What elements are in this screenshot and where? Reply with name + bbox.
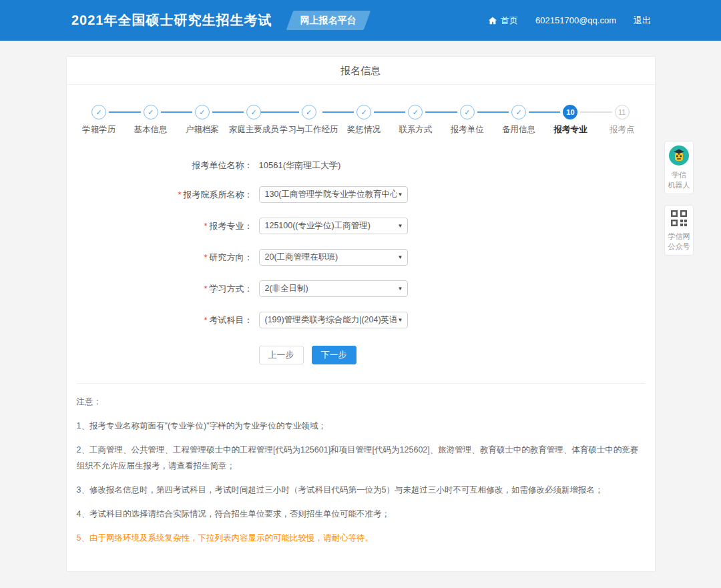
step-check-icon: ✓ — [460, 105, 475, 119]
platform-badge-label: 网上报名平台 — [300, 15, 356, 27]
form-row-exam-subjects: *考试科目： (199)管理类联考综合能力|(204)英语二|(-)无 ▼ — [67, 312, 655, 328]
step-label: 联系方式 — [390, 124, 441, 135]
step-check-icon: ✓ — [91, 105, 106, 119]
note-item-3: 3、修改报名信息时，第四考试科目，考试时间超过三小时（考试科目代码第一位为5）与… — [77, 482, 645, 498]
required-mark: * — [204, 315, 207, 325]
study-mode-select[interactable]: 2(非全日制) ▼ — [259, 280, 408, 297]
logout-label: 退出 — [634, 15, 651, 27]
step-7: ✓ 联系方式 — [390, 105, 441, 135]
exam-subjects-label: *考试科目： — [67, 314, 259, 326]
step-label: 奖惩情况 — [338, 124, 389, 135]
required-mark: * — [204, 252, 207, 262]
step-check-icon: ✓ — [144, 105, 158, 119]
note-item-1: 1、报考专业名称前面有"(专业学位)"字样的为专业学位的专业领域； — [77, 418, 645, 434]
page-title: 报名信息 — [67, 57, 655, 85]
research-direction-select[interactable]: 20(工商管理在职班) ▼ — [259, 249, 408, 266]
form-row-study-mode: *学习方式： 2(非全日制) ▼ — [67, 280, 655, 297]
form-row-unit: 报考单位名称： 10561(华南理工大学) — [67, 160, 655, 172]
step-8: ✓ 报考单位 — [441, 105, 493, 135]
step-10-current: 10 报考专业 — [545, 105, 596, 135]
step-label: 家庭主要成员 — [228, 124, 280, 135]
department-select[interactable]: 130(工商管理学院专业学位教育中心) ▼ — [259, 186, 408, 203]
step-check-icon: ✓ — [511, 105, 526, 119]
required-mark: * — [204, 284, 207, 294]
main-area: 报名信息 ✓ 学籍学历 ✓ 基本信息 ✓ 户籍档案 ✓ 家庭主要成员 — [0, 41, 721, 588]
step-number: 11 — [615, 105, 630, 119]
step-9: ✓ 备用信息 — [493, 105, 544, 135]
registration-info-card: 报名信息 ✓ 学籍学历 ✓ 基本信息 ✓ 户籍档案 ✓ 家庭主要成员 — [66, 56, 656, 572]
chevron-down-icon: ▼ — [398, 317, 403, 323]
step-check-icon: ✓ — [246, 105, 261, 119]
notes-title: 注意： — [77, 394, 645, 410]
qr-code-icon — [670, 210, 688, 227]
home-link[interactable]: 首页 — [488, 15, 518, 27]
step-check-icon: ✓ — [408, 105, 423, 119]
unit-name-value: 10561(华南理工大学) — [259, 160, 341, 172]
step-1: ✓ 学籍学历 — [73, 105, 125, 135]
next-step-button[interactable]: 下一步 — [312, 346, 356, 364]
major-label: *报考专业： — [67, 220, 259, 232]
chsi-wechat-qr-widget[interactable]: 学信网 公众号 — [664, 205, 694, 256]
robot-avatar-icon — [669, 145, 689, 166]
notes-section: 注意： 1、报考专业名称前面有"(专业学位)"字样的为专业学位的专业领域； 2、… — [67, 384, 655, 571]
department-select-value: 130(工商管理学院专业学位教育中心) — [265, 189, 397, 200]
chevron-down-icon: ▼ — [398, 286, 403, 292]
previous-step-button[interactable]: 上一步 — [259, 346, 304, 364]
form-buttons: 上一步 下一步 — [259, 346, 655, 364]
note-item-2: 2、工商管理、公共管理、工程管理硕士中的工程管理[代码为125601]和项目管理… — [77, 442, 645, 474]
step-label: 户籍档案 — [176, 124, 228, 135]
major-select-value: 125100((专业学位)工商管理) — [265, 220, 397, 232]
chevron-down-icon: ▼ — [398, 223, 403, 229]
major-form: 报考单位名称： 10561(华南理工大学) *报考院系所名称： 130(工商管理… — [67, 160, 655, 364]
chevron-down-icon: ▼ — [398, 254, 403, 260]
step-2: ✓ 基本信息 — [125, 105, 176, 135]
progress-stepper: ✓ 学籍学历 ✓ 基本信息 ✓ 户籍档案 ✓ 家庭主要成员 ✓ 学习与工作经 — [73, 105, 648, 135]
note-item-4: 4、考试科目的选择请结合实际情况，符合招生单位要求，否则招生单位可能不准考； — [77, 506, 645, 522]
major-select[interactable]: 125100((专业学位)工商管理) ▼ — [259, 218, 408, 234]
step-check-icon: ✓ — [356, 105, 371, 119]
exam-subjects-select-value: (199)管理类联考综合能力|(204)英语二|(-)无 — [265, 314, 397, 326]
note-item-5-warning: 5、由于网络环境及系统复杂性，下拉列表内容显示的可能比较慢，请耐心等待。 — [77, 530, 645, 546]
home-icon — [488, 16, 497, 25]
qr-widget-label: 学信网 公众号 — [666, 232, 692, 252]
account-email: 602151700@qq.com — [535, 15, 616, 25]
step-check-icon: ✓ — [302, 105, 316, 119]
chevron-down-icon: ▼ — [398, 192, 403, 198]
site-title: 2021年全国硕士研究生招生考试 — [71, 11, 272, 29]
research-direction-select-value: 20(工商管理在职班) — [265, 252, 397, 263]
step-4: ✓ 家庭主要成员 — [228, 105, 280, 135]
robot-widget-label: 学信 机器人 — [666, 170, 692, 190]
top-header: 2021年全国硕士研究生招生考试 网上报名平台 首页 602151700@qq.… — [0, 0, 721, 41]
form-row-research-direction: *研究方向： 20(工商管理在职班) ▼ — [67, 249, 655, 266]
home-link-label: 首页 — [501, 15, 518, 27]
platform-badge: 网上报名平台 — [286, 11, 371, 30]
step-label: 报考点 — [596, 124, 648, 135]
required-mark: * — [178, 190, 181, 200]
side-widgets: 学信 机器人 学信网 公众号 — [664, 141, 694, 266]
chsi-robot-widget[interactable]: 学信 机器人 — [664, 141, 694, 194]
study-mode-select-value: 2(非全日制) — [265, 283, 397, 294]
step-check-icon: ✓ — [195, 105, 210, 119]
step-5: ✓ 学习与工作经历 — [280, 105, 338, 135]
form-row-major: *报考专业： 125100((专业学位)工商管理) ▼ — [67, 218, 655, 234]
step-number: 10 — [563, 105, 577, 119]
required-mark: * — [204, 221, 207, 231]
step-label: 学习与工作经历 — [280, 124, 338, 135]
step-label: 备用信息 — [493, 124, 544, 135]
step-label: 基本信息 — [125, 124, 176, 135]
step-3: ✓ 户籍档案 — [176, 105, 228, 135]
unit-name-label: 报考单位名称： — [67, 160, 259, 172]
research-direction-label: *研究方向： — [67, 252, 259, 264]
account-email-link[interactable]: 602151700@qq.com — [535, 15, 616, 25]
step-6: ✓ 奖惩情况 — [338, 105, 389, 135]
step-label: 报考单位 — [441, 124, 493, 135]
department-label: *报考院系所名称： — [67, 189, 259, 201]
step-label: 报考专业 — [545, 124, 596, 135]
exam-subjects-select[interactable]: (199)管理类联考综合能力|(204)英语二|(-)无 ▼ — [259, 312, 408, 328]
step-label: 学籍学历 — [73, 124, 125, 135]
step-11: 11 报考点 — [596, 105, 648, 135]
form-row-department: *报考院系所名称： 130(工商管理学院专业学位教育中心) ▼ — [67, 186, 655, 203]
page: 2021年全国硕士研究生招生考试 网上报名平台 首页 602151700@qq.… — [0, 0, 721, 588]
study-mode-label: *学习方式： — [67, 283, 259, 295]
logout-link[interactable]: 退出 — [634, 15, 651, 27]
